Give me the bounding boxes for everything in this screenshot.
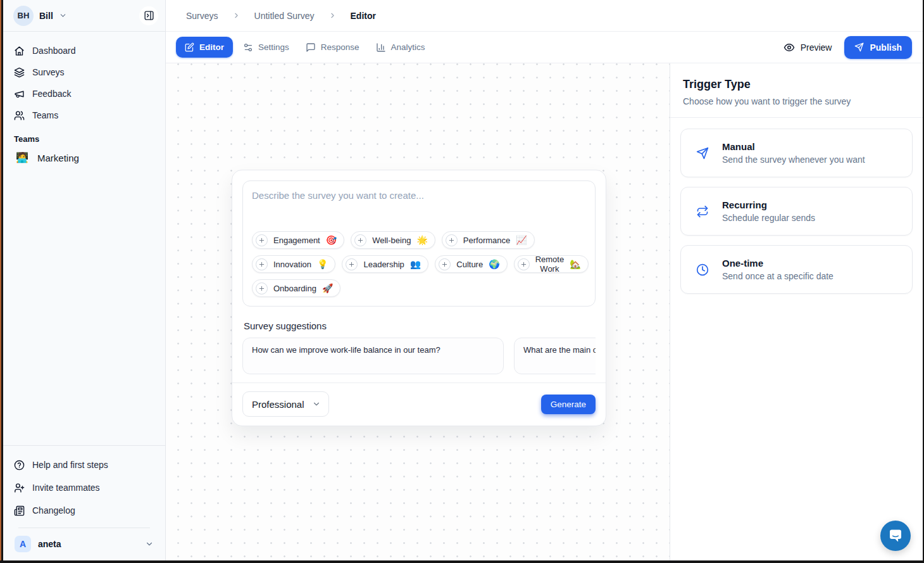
star-emoji-icon: 🌟 [416, 236, 427, 244]
main-area: Surveys Untitled Survey Editor Editor [166, 0, 923, 560]
chat-launcher-button[interactable] [880, 521, 911, 551]
suggestions-row: How can we improve work-life balance in … [242, 338, 596, 374]
trigger-option-recurring[interactable]: Recurring Schedule regular sends [680, 187, 913, 236]
app-window: BH Bill Dashboard Surv [0, 0, 924, 563]
tab-label: Response [321, 42, 359, 52]
chip-well-being[interactable]: Well-being 🌟 [351, 231, 435, 249]
breadcrumb-surveys[interactable]: Surveys [186, 11, 218, 21]
trigger-description: Send once at a specific date [722, 271, 833, 281]
repeat-icon [696, 205, 709, 218]
sidebar: BH Bill Dashboard Surv [3, 0, 166, 560]
sidebar-item-invite[interactable]: Invite teammates [8, 476, 160, 499]
sidebar-item-changelog[interactable]: Changelog [8, 499, 160, 522]
topic-chips: Engagement 🎯 Well-being 🌟 [252, 225, 586, 297]
chip-label: Culture [456, 260, 483, 269]
suggestion-card[interactable]: How can we improve work-life balance in … [242, 338, 504, 374]
sidebar-item-teams[interactable]: Teams [8, 104, 160, 126]
chip-label: Remote Work [535, 255, 565, 274]
trigger-option-manual[interactable]: Manual Send the survey whenever you want [680, 129, 913, 177]
plus-icon [439, 258, 451, 270]
plus-icon [346, 258, 358, 270]
tab-editor[interactable]: Editor [176, 37, 233, 58]
sidebar-item-label: Teams [32, 110, 58, 120]
plus-icon [256, 258, 268, 270]
chip-label: Leadership [363, 260, 404, 269]
clock-icon [696, 263, 709, 276]
rocket-emoji-icon: 🚀 [322, 284, 333, 293]
send-icon [854, 42, 864, 52]
technologist-emoji-icon: 🧑‍💻 [16, 153, 28, 163]
chip-performance[interactable]: Performance 📈 [442, 231, 535, 249]
workspace-switcher[interactable]: BH Bill [3, 0, 165, 32]
trigger-options: Manual Send the survey whenever you want… [670, 118, 923, 305]
sidebar-item-label: Feedback [32, 89, 71, 99]
tab-analytics[interactable]: Analytics [370, 37, 432, 58]
sidebar-item-label: Dashboard [32, 46, 76, 56]
plus-icon [446, 234, 458, 246]
chip-label: Onboarding [273, 284, 316, 293]
preview-label: Preview [801, 42, 832, 53]
survey-description-input[interactable]: Describe the survey you want to create..… [242, 180, 596, 307]
generator-footer: Professional Generate [232, 383, 606, 426]
chat-bubble-icon [888, 528, 903, 545]
generate-button[interactable]: Generate [541, 395, 596, 414]
sidebar-item-dashboard[interactable]: Dashboard [8, 40, 160, 61]
bulb-emoji-icon: 💡 [317, 260, 328, 269]
chip-onboarding[interactable]: Onboarding 🚀 [252, 279, 340, 297]
panel-subtitle: Choose how you want to trigger the surve… [683, 96, 910, 106]
suggestions-label: Survey suggestions [244, 320, 594, 331]
sidebar-item-label: Help and first steps [32, 460, 108, 470]
home-icon [14, 46, 25, 56]
editor-canvas[interactable]: Describe the survey you want to create..… [166, 63, 670, 560]
trigger-title: Recurring [722, 199, 815, 210]
sidebar-item-surveys[interactable]: Surveys [8, 61, 160, 83]
trigger-panel: Trigger Type Choose how you want to trig… [670, 63, 923, 560]
suggestion-card[interactable]: What are the main ob [514, 338, 596, 374]
input-placeholder: Describe the survey you want to create..… [252, 190, 586, 201]
trigger-panel-header: Trigger Type Choose how you want to trig… [670, 63, 923, 118]
breadcrumb-editor: Editor [351, 11, 376, 21]
chip-leadership[interactable]: Leadership 👥 [342, 255, 428, 273]
user-avatar: A [15, 536, 31, 552]
tab-settings[interactable]: Settings [237, 37, 296, 58]
chip-culture[interactable]: Culture 🌍 [435, 255, 507, 273]
chip-engagement[interactable]: Engagement 🎯 [252, 231, 344, 249]
busts-emoji-icon: 👥 [410, 260, 421, 269]
globe-emoji-icon: 🌍 [489, 260, 499, 269]
publish-button[interactable]: Publish [844, 36, 912, 59]
panel-toggle-icon [144, 10, 154, 21]
preview-button[interactable]: Preview [784, 42, 832, 53]
workspace-avatar: BH [13, 6, 34, 26]
chevron-down-icon [59, 11, 67, 20]
help-circle-icon [14, 460, 25, 471]
chip-remote-work[interactable]: Remote Work 🏡 [514, 255, 589, 273]
plus-icon [518, 258, 530, 270]
user-menu[interactable]: A aneta [8, 533, 160, 555]
bar-chart-icon [376, 42, 386, 53]
sidebar-footer: Help and first steps Invite teammates Ch… [3, 445, 165, 560]
content: Describe the survey you want to create..… [166, 63, 923, 560]
sidebar-item-help[interactable]: Help and first steps [8, 453, 160, 476]
tone-select[interactable]: Professional [242, 391, 329, 417]
plus-icon [354, 234, 366, 246]
survey-generator-card: Describe the survey you want to create..… [232, 170, 606, 426]
sidebar-team-marketing[interactable]: 🧑‍💻 Marketing [3, 147, 165, 168]
message-square-icon [306, 42, 316, 53]
tab-response[interactable]: Response [299, 37, 366, 58]
sidebar-collapse-button[interactable] [139, 6, 158, 25]
sidebar-item-label: Surveys [32, 67, 65, 77]
plus-icon [256, 234, 268, 246]
sidebar-nav: Dashboard Surveys Feedback Teams [3, 32, 165, 126]
trigger-description: Schedule regular sends [722, 213, 815, 223]
users-icon [14, 110, 25, 121]
chevron-right-icon [232, 11, 240, 20]
divider [18, 528, 150, 528]
breadcrumb-untitled-survey[interactable]: Untitled Survey [254, 11, 315, 21]
teams-section-label: Teams [3, 126, 165, 147]
toolbar-actions: Preview Publish [784, 36, 912, 59]
eye-icon [784, 42, 795, 53]
sidebar-item-feedback[interactable]: Feedback [8, 83, 160, 104]
trigger-option-one-time[interactable]: One-time Send once at a specific date [680, 245, 913, 294]
chip-innovation[interactable]: Innovation 💡 [252, 255, 335, 273]
pencil-square-icon [185, 42, 194, 52]
